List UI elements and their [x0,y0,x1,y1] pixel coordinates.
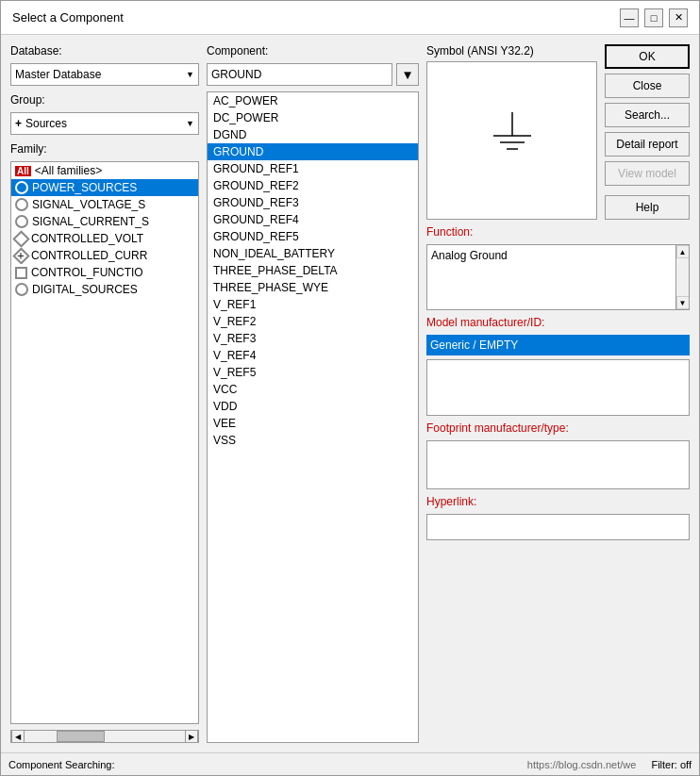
main-window: Select a Component — □ ✕ Database: Maste… [0,0,700,776]
family-item-control-func[interactable]: CONTROL_FUNCTIO [11,264,198,281]
component-item[interactable]: GROUND_REF2 [208,177,418,194]
family-list[interactable]: All <All families> POWER_SOURCES SIGNAL_… [10,161,199,724]
component-item[interactable]: VSS [208,432,418,449]
footprint-section: Footprint manufacturer/type: [426,421,690,489]
component-item[interactable]: THREE_PHASE_DELTA [208,262,418,279]
component-item[interactable]: VEE [208,415,418,432]
family-item-all[interactable]: All <All families> [11,162,198,179]
component-item[interactable]: VDD [208,398,418,415]
family-item-signal-voltage[interactable]: SIGNAL_VOLTAGE_S [11,196,198,213]
component-item[interactable]: VCC [208,381,418,398]
signal-voltage-icon [15,198,28,211]
view-model-button[interactable]: View model [605,161,690,186]
component-item[interactable]: GROUND_REF5 [208,228,418,245]
close-button-dialog[interactable]: Close [605,74,690,98]
family-item-label: SIGNAL_CURRENT_S [32,215,149,228]
component-item-ground[interactable]: GROUND [208,143,418,160]
group-row: + Sources [15,117,67,130]
status-right: https://blog.csdn.net/we Filter: off [527,759,692,770]
scroll-left-btn[interactable]: ◀ [11,730,25,743]
component-item[interactable]: AC_POWER [208,92,418,109]
function-scrollbar[interactable]: ▲ ▼ [675,245,689,309]
family-item-label: DIGITAL_SOURCES [32,283,138,296]
maximize-button[interactable]: □ [644,8,663,27]
buttons-col: OK Close Search... Detail report View mo… [605,44,690,220]
status-left: Component Searching: [8,759,115,770]
middle-panel: Component: ▼ AC_POWER DC_POWER DGND GROU… [207,44,419,743]
scroll-thumb [57,731,105,742]
group-plus-icon: + [15,117,22,130]
family-item-label: CONTROLLED_VOLT [31,232,143,245]
scroll-down-btn[interactable]: ▼ [676,296,690,309]
model-extra-box [426,359,690,416]
hyperlink-section: Hyperlink: [426,495,690,540]
footprint-box [426,440,690,489]
component-item[interactable]: V_REF3 [208,330,418,347]
function-box: Analog Ground ▲ ▼ [426,244,690,310]
component-item[interactable]: V_REF1 [208,296,418,313]
right-panel: Symbol (ANSI Y32.2) [426,44,690,743]
window-controls: — □ ✕ [620,8,688,27]
component-item[interactable]: V_REF4 [208,347,418,364]
hyperlink-label: Hyperlink: [426,495,690,508]
scroll-right-btn[interactable]: ▶ [185,730,198,743]
hyperlink-box [426,514,690,540]
family-item-controlled-curr[interactable]: ✕ CONTROLLED_CURR [11,247,198,264]
detail-report-button[interactable]: Detail report [605,132,690,157]
component-item[interactable]: DC_POWER [208,109,418,126]
family-item-label: CONTROLLED_CURR [31,249,147,262]
family-scrollbar[interactable]: ◀ ▶ [10,730,199,743]
model-label: Model manufacturer/ID: [426,316,690,329]
component-header: ▼ [207,63,419,86]
component-filter-btn[interactable]: ▼ [396,63,419,86]
family-item-digital-sources[interactable]: DIGITAL_SOURCES [11,281,198,298]
filter-icon: ▼ [401,68,413,82]
component-item[interactable]: GROUND_REF4 [208,211,418,228]
search-button[interactable]: Search... [605,103,690,127]
family-item-power-sources[interactable]: POWER_SOURCES [11,179,198,196]
control-func-icon [15,267,27,279]
family-item-label: SIGNAL_VOLTAGE_S [32,198,145,211]
model-value: Generic / EMPTY [426,335,690,355]
function-section: Function: Analog Ground ▲ ▼ [426,225,690,310]
filter-status: Filter: off [651,759,692,770]
scroll-up-btn[interactable]: ▲ [676,245,690,258]
digital-sources-icon [15,283,28,296]
status-bar: Component Searching: https://blog.csdn.n… [1,752,699,775]
all-icon: All [15,166,31,176]
component-item[interactable]: V_REF2 [208,313,418,330]
family-item-signal-current[interactable]: SIGNAL_CURRENT_S [11,213,198,230]
function-value: Analog Ground [431,249,508,262]
family-item-controlled-volt[interactable]: CONTROLLED_VOLT [11,230,198,247]
minimize-button[interactable]: — [620,8,639,27]
main-content: Database: Master Database ▼ Group: + Sou… [1,35,699,752]
database-dropdown[interactable]: Master Database ▼ [10,63,199,86]
ok-button[interactable]: OK [605,44,690,69]
component-input[interactable] [207,63,392,86]
family-item-label: <All families> [35,164,102,177]
component-item[interactable]: NON_IDEAL_BATTERY [208,245,418,262]
close-button[interactable]: ✕ [669,8,688,27]
function-label: Function: [426,225,690,239]
controlled-volt-icon [12,230,29,247]
component-label: Component: [207,44,419,58]
family-label: Family: [10,142,199,156]
group-value: Sources [25,117,67,130]
title-bar: Select a Component — □ ✕ [1,1,699,35]
controlled-curr-icon: ✕ [12,247,29,264]
group-label: Group: [10,93,199,107]
top-right: Symbol (ANSI Y32.2) [426,44,690,220]
component-item[interactable]: GROUND_REF1 [208,160,418,177]
help-button[interactable]: Help [605,195,690,220]
group-arrow: ▼ [186,119,194,128]
component-list[interactable]: AC_POWER DC_POWER DGND GROUND GROUND_REF… [207,91,419,743]
component-item[interactable]: V_REF5 [208,364,418,381]
component-searching-label: Component Searching: [8,759,115,770]
component-item[interactable]: THREE_PHASE_WYE [208,279,418,296]
component-item[interactable]: GROUND_REF3 [208,194,418,211]
component-item[interactable]: DGND [208,126,418,143]
group-dropdown[interactable]: + Sources ▼ [10,112,199,135]
family-item-label: CONTROL_FUNCTIO [31,266,143,279]
footprint-label: Footprint manufacturer/type: [426,421,690,435]
database-label: Database: [10,44,199,58]
